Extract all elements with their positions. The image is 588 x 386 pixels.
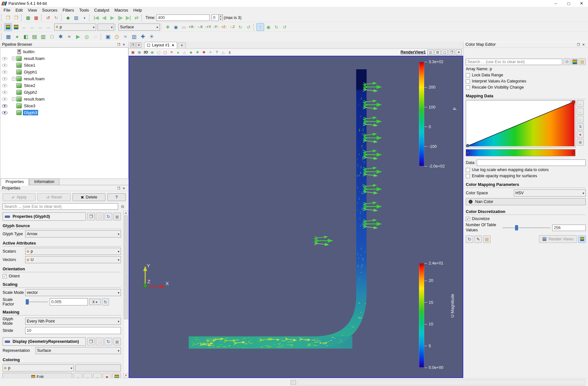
set-view-plus-z-icon[interactable]: +Z↑ — [220, 23, 228, 31]
color-legend-p[interactable]: 3.3e+022001000-100-2.0e+02 p — [419, 62, 424, 166]
close-panel-icon[interactable]: ✕ — [121, 186, 126, 190]
progress-grip[interactable] — [291, 380, 296, 385]
pipeline-item-glyph3[interactable]: − Glyph3 — [0, 109, 128, 116]
reset-center-icon[interactable]: ↻ — [273, 23, 280, 31]
next-frame-icon[interactable]: |▶ — [116, 14, 124, 22]
search-options-icon[interactable]: ⚙ — [563, 58, 570, 65]
scale-axis-combo[interactable]: X — [89, 299, 101, 305]
representation-combo[interactable]: Surface — [118, 24, 160, 31]
maximize-view-button[interactable]: ▢ — [442, 50, 448, 55]
time-input[interactable] — [156, 14, 210, 21]
split-horizontal-button[interactable]: ◫ — [427, 50, 434, 55]
shrink-selection-icon[interactable]: ▮ — [227, 49, 233, 55]
lock-data-range-checkbox[interactable]: Lock Data Range — [466, 73, 586, 77]
transfer-point-start[interactable] — [466, 144, 469, 147]
float-panel-icon[interactable]: ❐ — [116, 186, 121, 190]
set-view-plus-y-icon[interactable]: ↑+Y — [204, 23, 212, 31]
show-center-axes-icon[interactable]: ↑ — [256, 23, 264, 31]
select-points-polygon-icon[interactable]: △ — [182, 49, 187, 55]
plot-over-time-icon[interactable]: ◷ — [113, 33, 121, 41]
reload-display-icon[interactable]: ↻ — [105, 338, 112, 345]
auto-update-icon[interactable] — [578, 236, 586, 243]
find-data-icon[interactable]: ▣ — [104, 33, 112, 41]
render-views-button[interactable]: Render Views — [539, 235, 577, 243]
open-file-icon[interactable]: ❒ — [4, 14, 12, 22]
toolbar-handle[interactable] — [89, 14, 91, 21]
plot-over-line-icon[interactable]: ≈ — [121, 33, 130, 41]
discretize-checkbox[interactable]: ✓ Discretize — [466, 217, 586, 221]
edit-color-legend-icon[interactable] — [12, 23, 20, 31]
properties-scrollbar[interactable]: ▲ ▼ — [123, 210, 128, 378]
first-frame-icon[interactable]: |◀ — [92, 14, 100, 22]
maximize-button[interactable]: ▢ — [562, 0, 575, 7]
copy-display-icon[interactable]: ❐ — [87, 338, 95, 345]
set-view-plus-x-icon[interactable]: +X↑ — [188, 23, 196, 31]
pipeline-item-result-foam-3[interactable]: − result.foam — [0, 96, 128, 102]
show-color-legend-icon[interactable] — [112, 373, 121, 378]
toolbar-handle[interactable] — [115, 24, 117, 30]
cme-search-input[interactable] — [466, 59, 562, 65]
scrollbar-thumb[interactable] — [124, 216, 128, 319]
save-preset-icon[interactable]: ▣ — [577, 139, 584, 146]
choose-preset-icon[interactable]: ♥ — [577, 131, 584, 138]
scale-factor-input[interactable] — [50, 298, 88, 305]
disconnect-server-icon[interactable]: ▦ — [32, 14, 40, 22]
connect-server-icon[interactable]: ▦ — [24, 14, 32, 22]
table-values-input[interactable] — [552, 225, 586, 231]
probe-location-icon[interactable]: ✚ — [139, 33, 147, 41]
python-shell-icon[interactable]: ✳ — [147, 33, 156, 41]
toolbar-handle[interactable] — [1, 24, 3, 30]
display-section-header[interactable]: Display (GeometryRepresentation) — [3, 337, 86, 346]
rescale-over-time-icon[interactable]: ↔ — [93, 373, 102, 378]
select-block-icon[interactable]: ◆ — [188, 49, 194, 55]
tree-expander-icon[interactable]: − — [12, 57, 15, 60]
close-view-button[interactable]: ✕ — [456, 50, 462, 55]
close-panel-icon[interactable]: ✕ — [121, 42, 126, 47]
update-views-icon[interactable]: ↻ — [466, 236, 473, 243]
toolbar-handle[interactable] — [141, 14, 143, 21]
save-colormap-icon[interactable]: ▤ — [579, 58, 586, 65]
split-vertical-button[interactable]: ⊟ — [434, 50, 441, 55]
selection-tools-icon[interactable]: ▨ — [72, 14, 80, 22]
minimize-button[interactable]: ─ — [549, 0, 562, 7]
reset-camera-icon[interactable]: ✚ — [164, 23, 172, 31]
color-array-combo[interactable]: p — [54, 24, 96, 31]
calculator-icon[interactable]: ▦ — [4, 33, 13, 41]
rescale-on-visibility-checkbox[interactable]: Rescale On Visibility Change — [466, 85, 586, 90]
interactive-select-points-icon[interactable]: ✱ — [201, 49, 207, 55]
menu-item[interactable]: Macros — [112, 7, 131, 13]
save-state-icon[interactable]: ❒ — [12, 14, 20, 22]
glyph-mode-combo[interactable]: Every Nth Point — [25, 318, 121, 325]
pipeline-item-result-foam-1[interactable]: − result.foam — [0, 55, 128, 62]
menu-item[interactable]: Filters — [60, 7, 76, 13]
opacity-mapping-checkbox[interactable]: Enable opacity mapping for surfaces — [466, 174, 586, 178]
visibility-eye-icon[interactable] — [2, 84, 7, 88]
glyph-type-combo[interactable]: Arrow — [25, 230, 121, 237]
toolbar-handle[interactable] — [161, 24, 163, 30]
scalars-combo[interactable]: p — [25, 248, 121, 255]
paste-display-icon[interactable]: ❑ — [96, 338, 104, 345]
table-values-slider[interactable] — [502, 225, 551, 231]
zoom-to-data-icon[interactable]: ◉ — [172, 23, 180, 31]
reset-button[interactable]: ↺ Reset — [37, 193, 70, 201]
visibility-eye-icon[interactable] — [2, 77, 7, 81]
toolbar-handle[interactable] — [61, 14, 63, 21]
toolbar-handle[interactable] — [1, 14, 3, 21]
visibility-eye-icon[interactable] — [2, 104, 7, 108]
rescale-custom-icon[interactable]: ↔ — [577, 108, 584, 115]
pipeline-item-slice2[interactable]: − Slice2 — [0, 82, 128, 89]
scale-mode-combo[interactable]: vector — [25, 289, 121, 296]
grow-selection-icon[interactable]: △ — [220, 49, 226, 55]
set-view-minus-y-icon[interactable]: -Y↑ — [212, 23, 220, 31]
transfer-function-editor[interactable] — [466, 100, 575, 147]
visibility-eye-icon[interactable] — [2, 70, 7, 74]
menu-item[interactable]: Tools — [77, 7, 91, 13]
render-viewport[interactable]: Y X Z 3.3e+022001000-100-2.0e+02 p 2.4e+… — [129, 56, 463, 378]
slice-icon[interactable]: ▤ — [30, 33, 39, 41]
vectors-combo[interactable]: U — [25, 256, 121, 263]
pipeline-item-slice3[interactable]: − Slice3 — [0, 102, 128, 109]
camera-undo-icon[interactable]: ▣ — [130, 49, 136, 55]
log-scale-checkbox[interactable]: Use log scale when mapping data to color… — [466, 168, 586, 172]
search-options-icon[interactable]: ⚙ — [119, 203, 126, 210]
pipeline-item-glyph1[interactable]: − Glyph1 — [0, 69, 128, 75]
